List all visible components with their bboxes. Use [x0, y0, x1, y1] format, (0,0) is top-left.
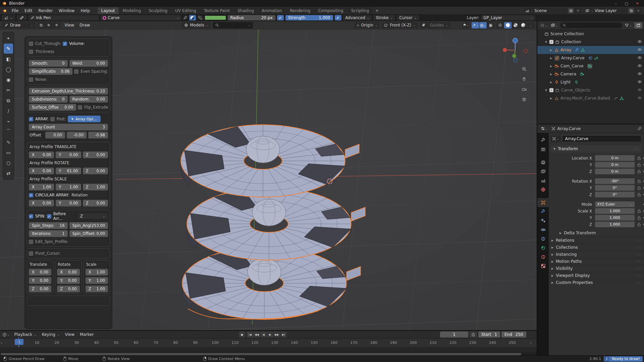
- timeline-menu-marker[interactable]: Marker: [77, 331, 96, 338]
- tab-animation[interactable]: Animation: [258, 7, 286, 14]
- frame-start-field[interactable]: Start1: [478, 331, 500, 338]
- menu-edit[interactable]: Edit: [21, 7, 35, 14]
- transform-value-field[interactable]: 1.000: [595, 222, 635, 227]
- field-rotate-z[interactable]: Z0.00: [57, 286, 79, 292]
- tool-curve[interactable]: ∿: [4, 137, 13, 147]
- tab-compositing[interactable]: Compositing: [314, 7, 347, 14]
- properties-tab-scene[interactable]: [537, 176, 549, 185]
- jump-to-start-button[interactable]: |◀: [247, 331, 253, 338]
- frame-end-field[interactable]: End250: [501, 331, 526, 338]
- transform-value-field[interactable]: 0 m: [595, 169, 635, 174]
- expander-icon[interactable]: ▼: [544, 89, 548, 92]
- expander-icon[interactable]: ▶: [549, 73, 553, 76]
- timeline-editor-type[interactable]: ⌄: [1, 332, 11, 338]
- radius-slider[interactable]: Radius20 px: [228, 15, 275, 20]
- blender-app-icon[interactable]: [2, 8, 9, 13]
- outliner-row-scene-collection[interactable]: Scene Collection: [537, 30, 644, 38]
- field-x[interactable]: X1.00: [29, 184, 54, 190]
- transform-value-field[interactable]: 0 m: [595, 162, 635, 168]
- pan-hand-icon[interactable]: [523, 77, 525, 81]
- field-x[interactable]: X0.00: [29, 168, 54, 174]
- rotation-mode-select[interactable]: XYZ Euler⌄: [595, 201, 635, 207]
- minimize-button[interactable]: –: [611, 1, 621, 6]
- field-scale-y[interactable]: Y:1.00: [86, 277, 108, 284]
- brush-name-field[interactable]: Ink Pen: [29, 15, 99, 20]
- field-scale-x[interactable]: X1.00: [86, 269, 108, 276]
- new-collection-button[interactable]: [634, 22, 642, 28]
- region-expand-icon[interactable]: ›: [1, 339, 2, 347]
- ortho-grid-icon[interactable]: [523, 98, 526, 102]
- collection-checkbox[interactable]: ✓: [549, 40, 553, 44]
- xray-toggle[interactable]: ▣: [487, 22, 494, 28]
- field-translate-y[interactable]: Y:0.00: [29, 277, 51, 284]
- field-y[interactable]: Y0.00: [56, 200, 81, 206]
- tool-polyline[interactable]: ⌁: [4, 116, 13, 126]
- tool-cursor[interactable]: ⌖: [4, 33, 13, 43]
- outliner-row-array-mesh-carve-baked[interactable]: ▶Array.Mesh_Carve.Baked: [537, 94, 644, 102]
- camera-view-icon[interactable]: [522, 88, 526, 90]
- field-simplificatio[interactable]: Simplificatio0.06: [29, 68, 72, 75]
- lock-open-icon[interactable]: [637, 209, 641, 213]
- outliner-row-camera[interactable]: ▶Camera: [537, 70, 644, 78]
- properties-tab-object[interactable]: [537, 198, 549, 207]
- checkbox-cut-through[interactable]: Cut_Through:: [29, 41, 61, 46]
- field-weld[interactable]: Weld:0.00: [69, 60, 108, 67]
- expander-icon[interactable]: ▶: [549, 81, 553, 84]
- tool-arc[interactable]: ⌒: [4, 127, 13, 137]
- cursor-dropdown[interactable]: Cursor⌄: [397, 15, 419, 20]
- gp-settings-dropdown[interactable]: ⌄: [2, 15, 15, 20]
- field-z[interactable]: Z0.00: [83, 168, 108, 174]
- radius-pressure-toggle[interactable]: ✐: [277, 15, 284, 20]
- object-name-field[interactable]: Array.Carve: [562, 135, 641, 142]
- transform-value-field[interactable]: 0°: [595, 192, 635, 197]
- section-motion-paths[interactable]: ▶Motion Paths::::: [549, 258, 644, 265]
- new-scene-button[interactable]: ⧉: [568, 8, 574, 13]
- viewport-menu-draw[interactable]: Draw: [77, 22, 92, 28]
- gizmo-toggle[interactable]: ↗⌄: [472, 22, 479, 28]
- tool-interpolate[interactable]: ⇄: [4, 168, 13, 178]
- checkbox-array[interactable]: ✓ARRAY:: [29, 117, 49, 121]
- overlays-toggle[interactable]: ◎⌄: [479, 22, 487, 28]
- properties-tab-tool[interactable]: [537, 136, 549, 145]
- outliner-row-array-carve[interactable]: ▶Array.Carve: [537, 54, 644, 62]
- field-rotate-x[interactable]: X0.00: [57, 269, 79, 276]
- field-translate-z[interactable]: Z0.00: [29, 286, 51, 292]
- menu-render[interactable]: Render: [35, 7, 56, 14]
- unlink-scene-icon[interactable]: ✕: [575, 8, 581, 13]
- eye-icon[interactable]: [637, 87, 642, 92]
- outliner-display-mode[interactable]: ⌄: [539, 22, 548, 28]
- view-layer-selector[interactable]: ⌄ View Layer ⧉ ✕: [584, 8, 642, 14]
- field-y[interactable]: Y0.00: [56, 152, 81, 158]
- menu-window[interactable]: Window: [56, 7, 77, 14]
- field-x[interactable]: X0.00: [29, 200, 54, 206]
- origin-select[interactable]: ⊹ Origin⌄: [354, 22, 380, 28]
- field-value[interactable]: 0.00: [45, 132, 65, 138]
- eye-icon[interactable]: [637, 96, 642, 100]
- brush-preview[interactable]: [17, 15, 27, 20]
- tool-circle[interactable]: ○: [4, 158, 13, 168]
- spiral-ramp[interactable]: [187, 188, 365, 260]
- eye-icon[interactable]: [637, 63, 642, 68]
- mode-select[interactable]: Draw⌄: [2, 22, 36, 28]
- field-random[interactable]: Random:0.00: [69, 96, 108, 103]
- stroke-placement-icon[interactable]: [198, 15, 203, 20]
- guides-grid-icon[interactable]: #: [420, 22, 427, 28]
- field-rotate-y[interactable]: Y:0.00: [57, 277, 79, 284]
- navigation-gizmo[interactable]: [503, 38, 528, 62]
- timeline-scrollbar[interactable]: [1, 353, 521, 355]
- field-subdivisions[interactable]: Subdivisions:0: [29, 96, 68, 103]
- transform-value-field[interactable]: -90°: [595, 178, 635, 184]
- tool-eyedropper[interactable]: ⧉: [4, 96, 13, 106]
- checkbox-edit-spin-profile[interactable]: Edit_Spin_Profile:: [29, 239, 68, 244]
- outliner-row-carve-objects[interactable]: ▼✓Carve_Objects: [537, 86, 644, 94]
- timeline-ruler[interactable]: › ‹ 102030405060708090100110120130140150…: [0, 339, 537, 347]
- checkbox-even-spacing[interactable]: Even Spacing:: [74, 69, 108, 74]
- properties-tab-render[interactable]: [537, 145, 549, 154]
- field-z[interactable]: Z0.00: [83, 152, 108, 158]
- tool-line[interactable]: ∕: [4, 106, 13, 116]
- checkbox-pivot-cursor[interactable]: Pivot_Cursor:: [29, 251, 60, 256]
- field-spin-angl[interactable]: Spin_Angl253.00: [69, 222, 108, 229]
- properties-tab-material[interactable]: [537, 252, 549, 261]
- orientation-select[interactable]: Front (X-Z)⌄: [382, 22, 418, 28]
- strength-pressure-toggle[interactable]: ✐: [335, 15, 341, 20]
